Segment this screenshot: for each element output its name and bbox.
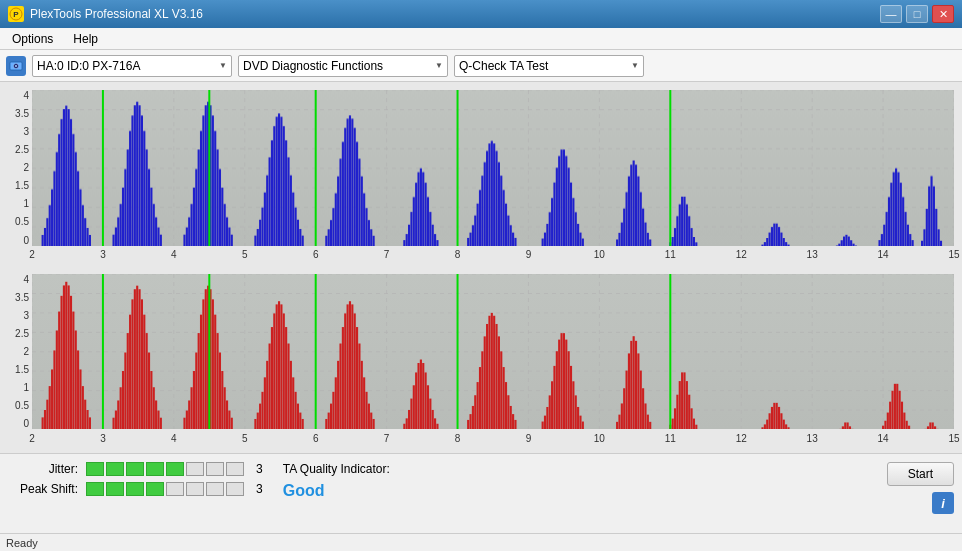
x-label-11: 11 (665, 249, 676, 260)
x-label-8: 8 (455, 433, 461, 444)
peak-seg-2 (106, 482, 124, 496)
drive-icon (6, 56, 26, 76)
x-label-10: 10 (594, 249, 605, 260)
peak-seg-4 (146, 482, 164, 496)
x-label-6: 6 (313, 249, 319, 260)
function-selector[interactable]: DVD Diagnostic Functions ▼ (238, 55, 448, 77)
status-bar: Ready (0, 533, 962, 551)
x-label-13: 13 (807, 433, 818, 444)
window-controls: — □ ✕ (880, 5, 954, 23)
bottom-chart-x-axis: 23456789101112131415 (32, 429, 954, 447)
title-left: P PlexTools Professional XL V3.16 (8, 6, 203, 22)
status-text: Ready (6, 537, 38, 549)
peak-shift-meter (86, 482, 244, 496)
peak-shift-row: Peak Shift: 3 (8, 482, 263, 496)
drive-selector-value: HA:0 ID:0 PX-716A (37, 59, 140, 73)
minimize-button[interactable]: — (880, 5, 902, 23)
test-selector-arrow: ▼ (631, 61, 639, 70)
test-selector-value: Q-Check TA Test (459, 59, 548, 73)
jitter-meter (86, 462, 244, 476)
drive-selector-arrow: ▼ (219, 61, 227, 70)
x-label-3: 3 (100, 249, 106, 260)
jitter-seg-5 (166, 462, 184, 476)
x-label-6: 6 (313, 433, 319, 444)
x-label-12: 12 (736, 249, 747, 260)
x-label-3: 3 (100, 433, 106, 444)
drive-selector[interactable]: HA:0 ID:0 PX-716A ▼ (32, 55, 232, 77)
window-title: PlexTools Professional XL V3.16 (30, 7, 203, 21)
function-selector-arrow: ▼ (435, 61, 443, 70)
jitter-seg-6 (186, 462, 204, 476)
metrics-section: Jitter: 3 Peak Shift: (8, 458, 263, 496)
quality-label: TA Quality Indicator: (283, 462, 390, 476)
menu-help[interactable]: Help (65, 31, 106, 47)
x-label-2: 2 (29, 249, 35, 260)
start-section: Start i (887, 458, 954, 514)
app-icon: P (8, 6, 24, 22)
x-label-7: 7 (384, 433, 390, 444)
main-content: 4 3.5 3 2.5 2 1.5 1 0.5 0 23456789101112… (0, 82, 962, 453)
function-selector-value: DVD Diagnostic Functions (243, 59, 383, 73)
peak-shift-label: Peak Shift: (8, 482, 78, 496)
test-selector[interactable]: Q-Check TA Test ▼ (454, 55, 644, 77)
info-button[interactable]: i (932, 492, 954, 514)
jitter-seg-1 (86, 462, 104, 476)
x-label-12: 12 (736, 433, 747, 444)
peak-seg-6 (186, 482, 204, 496)
menu-bar: Options Help (0, 28, 962, 50)
jitter-row: Jitter: 3 (8, 462, 263, 476)
x-label-15: 15 (948, 433, 959, 444)
bottom-chart-y-axis: 4 3.5 3 2.5 2 1.5 1 0.5 0 (4, 274, 32, 430)
x-label-9: 9 (526, 249, 532, 260)
start-button[interactable]: Start (887, 462, 954, 486)
svg-text:P: P (13, 10, 19, 19)
x-label-14: 14 (878, 249, 889, 260)
jitter-label: Jitter: (8, 462, 78, 476)
jitter-seg-8 (226, 462, 244, 476)
jitter-seg-7 (206, 462, 224, 476)
jitter-seg-4 (146, 462, 164, 476)
x-label-9: 9 (526, 433, 532, 444)
toolbar: HA:0 ID:0 PX-716A ▼ DVD Diagnostic Funct… (0, 50, 962, 82)
bottom-panel: Jitter: 3 Peak Shift: (0, 453, 962, 533)
x-label-15: 15 (948, 249, 959, 260)
peak-seg-8 (226, 482, 244, 496)
x-label-10: 10 (594, 433, 605, 444)
top-chart-x-axis: 23456789101112131415 (32, 246, 954, 264)
maximize-button[interactable]: □ (906, 5, 928, 23)
bottom-chart-plot (32, 274, 954, 430)
quality-section: TA Quality Indicator: Good (283, 458, 390, 500)
jitter-seg-3 (126, 462, 144, 476)
peak-seg-1 (86, 482, 104, 496)
peak-shift-value: 3 (256, 482, 263, 496)
peak-seg-3 (126, 482, 144, 496)
x-label-5: 5 (242, 433, 248, 444)
x-label-4: 4 (171, 249, 177, 260)
x-label-4: 4 (171, 433, 177, 444)
x-label-13: 13 (807, 249, 818, 260)
x-label-14: 14 (878, 433, 889, 444)
x-label-8: 8 (455, 249, 461, 260)
menu-options[interactable]: Options (4, 31, 61, 47)
close-button[interactable]: ✕ (932, 5, 954, 23)
top-chart-y-axis: 4 3.5 3 2.5 2 1.5 1 0.5 0 (4, 90, 32, 246)
title-bar: P PlexTools Professional XL V3.16 — □ ✕ (0, 0, 962, 28)
jitter-value: 3 (256, 462, 263, 476)
svg-point-4 (15, 65, 17, 67)
jitter-seg-2 (106, 462, 124, 476)
x-label-2: 2 (29, 433, 35, 444)
bottom-chart-wrapper: 4 3.5 3 2.5 2 1.5 1 0.5 0 23456789101112… (4, 270, 958, 450)
peak-seg-7 (206, 482, 224, 496)
peak-seg-5 (166, 482, 184, 496)
quality-value: Good (283, 482, 325, 500)
x-label-5: 5 (242, 249, 248, 260)
x-label-7: 7 (384, 249, 390, 260)
x-label-11: 11 (665, 433, 676, 444)
top-chart-plot (32, 90, 954, 246)
top-chart-wrapper: 4 3.5 3 2.5 2 1.5 1 0.5 0 23456789101112… (4, 86, 958, 266)
